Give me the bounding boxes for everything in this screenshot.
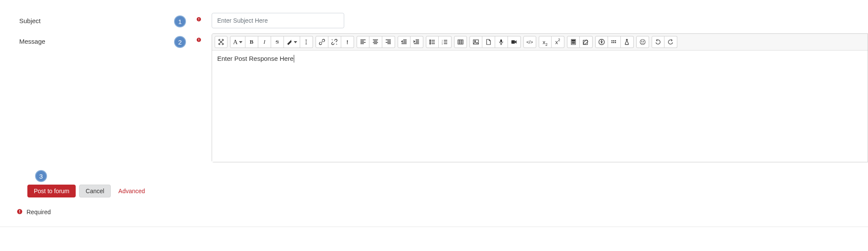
- message-row: Message 2: [0, 33, 868, 162]
- bold-button[interactable]: B: [245, 36, 258, 48]
- image-button[interactable]: [469, 36, 482, 48]
- prevent-autolink-button[interactable]: !: [341, 36, 354, 48]
- html-source-button[interactable]: </>: [523, 36, 536, 48]
- required-text: Required: [27, 209, 51, 215]
- accessibility-icon: [599, 39, 605, 45]
- video-button[interactable]: [508, 36, 521, 48]
- editor-toolbar: A B I S: [212, 34, 868, 51]
- undo-button[interactable]: [652, 36, 664, 48]
- flask-icon: [624, 39, 629, 45]
- chevron-down-icon: [294, 41, 297, 43]
- svg-point-36: [643, 41, 644, 42]
- editor-content: Enter Post Response Here: [217, 55, 293, 62]
- outdent-icon: [401, 39, 407, 45]
- list-ul-icon: [429, 39, 435, 45]
- svg-rect-12: [458, 40, 463, 44]
- chemistry-button[interactable]: [621, 36, 634, 48]
- svg-rect-2: [198, 20, 199, 21]
- calculator-button[interactable]: [567, 36, 580, 48]
- svg-rect-5: [198, 41, 199, 41]
- svg-point-14: [475, 41, 475, 42]
- fullscreen-button[interactable]: [215, 36, 227, 48]
- svg-rect-1: [198, 18, 199, 20]
- svg-rect-29: [613, 40, 614, 42]
- svg-rect-4: [198, 39, 199, 40]
- svg-point-35: [641, 41, 642, 42]
- align-left-icon: [360, 39, 366, 45]
- unlink-button[interactable]: [328, 36, 341, 48]
- grid-button[interactable]: [608, 36, 621, 48]
- file-button[interactable]: [482, 36, 495, 48]
- edit-button[interactable]: [580, 36, 593, 48]
- required-icon: [197, 38, 201, 43]
- clear-format-button[interactable]: [300, 36, 313, 48]
- emoji-button[interactable]: [636, 36, 649, 48]
- subject-row: Subject 1: [0, 13, 868, 28]
- italic-button[interactable]: I: [258, 36, 271, 48]
- svg-point-27: [601, 40, 602, 41]
- post-to-forum-button[interactable]: Post to forum: [27, 185, 76, 197]
- exclaim-icon: !: [346, 39, 348, 45]
- undo-icon: [655, 39, 661, 45]
- align-right-icon: [385, 39, 391, 45]
- svg-rect-38: [19, 210, 20, 212]
- paintbrush-icon: [286, 39, 292, 45]
- svg-rect-28: [611, 40, 613, 42]
- callout-3: 3: [35, 170, 47, 182]
- ordered-list-button[interactable]: 123: [439, 36, 452, 48]
- advanced-link[interactable]: Advanced: [118, 188, 145, 194]
- svg-point-24: [574, 43, 575, 44]
- callout-marker-1: 1: [148, 13, 186, 27]
- link-button[interactable]: [316, 36, 328, 48]
- svg-point-23: [573, 43, 574, 44]
- svg-point-6: [430, 40, 431, 41]
- subject-input[interactable]: [212, 13, 344, 28]
- subject-field: [212, 13, 868, 28]
- grid-icon: [611, 40, 617, 44]
- strikethrough-button[interactable]: S: [271, 36, 284, 48]
- superscript-button[interactable]: x2: [552, 36, 564, 48]
- rich-text-editor: A B I S: [212, 33, 868, 162]
- redo-icon: [667, 39, 673, 45]
- file-icon: [486, 39, 491, 45]
- text-cursor-icon: [304, 39, 309, 45]
- outdent-button[interactable]: [398, 36, 410, 48]
- calculator-icon: [571, 39, 576, 45]
- align-left-button[interactable]: [357, 36, 369, 48]
- link-icon: [319, 39, 325, 45]
- svg-rect-31: [611, 42, 613, 43]
- svg-rect-15: [500, 39, 502, 42]
- cancel-button[interactable]: Cancel: [79, 185, 111, 197]
- image-icon: [473, 39, 479, 45]
- redo-button[interactable]: [664, 36, 677, 48]
- subscript-button[interactable]: x2: [539, 36, 552, 48]
- svg-point-20: [573, 42, 574, 43]
- table-button[interactable]: [454, 36, 467, 48]
- callout-1: 1: [174, 15, 186, 27]
- message-editor[interactable]: Enter Post Response Here: [212, 51, 868, 162]
- align-center-button[interactable]: [369, 36, 382, 48]
- superscript-icon: x2: [555, 39, 561, 45]
- forum-post-form: Subject 1 Message 2: [0, 0, 868, 227]
- svg-point-19: [572, 42, 573, 43]
- code-icon: </>: [526, 39, 533, 45]
- svg-point-8: [430, 43, 431, 44]
- svg-point-22: [572, 43, 573, 44]
- video-icon: [511, 40, 517, 44]
- bold-icon: B: [250, 39, 254, 45]
- form-actions: 3 Post to forum Cancel Advanced: [0, 170, 868, 197]
- required-icon: [197, 17, 201, 22]
- text-color-button[interactable]: [284, 36, 300, 48]
- indent-button[interactable]: [410, 36, 423, 48]
- indent-icon: [413, 39, 419, 45]
- accessibility-button[interactable]: [595, 36, 608, 48]
- microphone-icon: [499, 39, 504, 45]
- callout-2: 2: [174, 36, 186, 48]
- audio-button[interactable]: [495, 36, 508, 48]
- strike-icon: S: [276, 39, 279, 45]
- font-family-button[interactable]: A: [230, 36, 245, 48]
- align-right-button[interactable]: [382, 36, 395, 48]
- subject-label: Subject: [0, 13, 148, 24]
- unordered-list-button[interactable]: [426, 36, 439, 48]
- svg-rect-33: [615, 42, 616, 43]
